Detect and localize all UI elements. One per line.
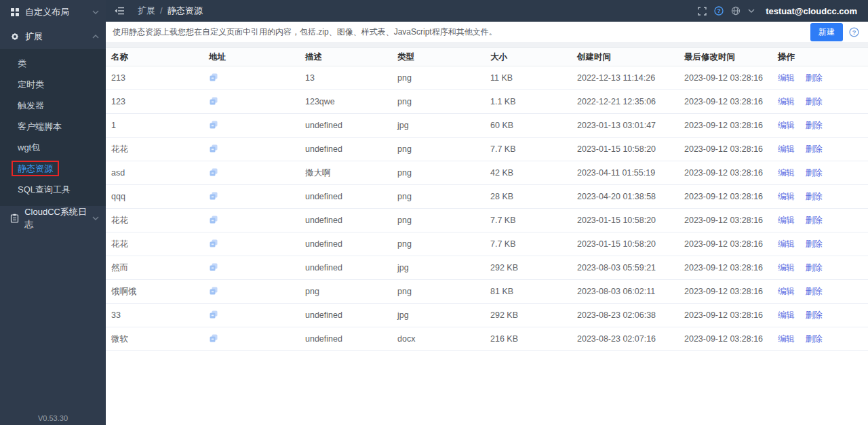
cell-modified: 2023-09-12 03:28:16: [679, 73, 772, 83]
cell-modified: 2023-09-12 03:28:16: [679, 334, 772, 344]
sidebar-item-sql-query-tool[interactable]: SQL查询工具: [0, 179, 106, 200]
cell-size: 7.7 KB: [485, 239, 572, 249]
cell-name: qqq: [106, 192, 203, 201]
delete-link[interactable]: 删除: [805, 239, 822, 249]
cell-created: 2023-08-23 02:07:16: [572, 334, 679, 344]
cell-size: 81 KB: [485, 287, 572, 296]
sidebar-item-custom-layout[interactable]: 自定义布局: [0, 0, 106, 24]
cell-description: undefined: [300, 144, 392, 154]
cell-type: png: [392, 216, 485, 225]
question-circle-icon[interactable]: ?: [849, 27, 859, 37]
cell-created: 2023-04-11 01:55:19: [572, 168, 679, 178]
cell-address: [203, 215, 300, 226]
column-header-name: 名称: [106, 52, 203, 63]
cell-created: 2023-08-03 06:02:11: [572, 287, 679, 296]
copy-icon[interactable]: [209, 310, 218, 319]
active-item-highlight: 静态资源: [12, 161, 59, 176]
copy-icon[interactable]: [209, 333, 218, 343]
grid-icon: [9, 7, 20, 18]
column-header-description: 描述: [300, 52, 392, 63]
table-row: asd 撒大啊 png 42 KB 2023-04-11 01:55:19 20…: [106, 161, 868, 185]
breadcrumb-current: 静态资源: [167, 5, 203, 16]
breadcrumb-parent[interactable]: 扩展: [138, 5, 155, 16]
sidebar-submenu: 类 定时类 触发器 客户端脚本 wgt包 静态资源 SQL查询工具: [0, 49, 106, 206]
globe-icon[interactable]: [731, 6, 741, 16]
cell-address: [203, 96, 300, 108]
app-version: V0.53.30: [0, 414, 106, 422]
delete-link[interactable]: 删除: [805, 287, 822, 296]
cell-operations: 编辑 删除: [772, 144, 868, 155]
fold-icon[interactable]: [115, 7, 125, 15]
edit-link[interactable]: 编辑: [778, 216, 795, 225]
sidebar-item-classes[interactable]: 类: [0, 53, 106, 74]
sidebar-item-scheduled-classes[interactable]: 定时类: [0, 74, 106, 95]
copy-icon[interactable]: [209, 239, 218, 248]
delete-link[interactable]: 删除: [805, 121, 822, 130]
cell-modified: 2023-09-12 03:28:16: [679, 287, 772, 296]
cell-created: 2023-04-20 01:38:58: [572, 192, 679, 201]
page-description: 使用静态资源上载您想在自定义页面中引用的内容，包括.zip、图像、样式表、Jav…: [113, 26, 497, 38]
edit-link[interactable]: 编辑: [778, 334, 795, 344]
chevron-down-icon: [92, 10, 99, 14]
new-button[interactable]: 新建: [810, 23, 843, 41]
delete-link[interactable]: 删除: [805, 97, 822, 106]
cell-modified: 2023-09-12 03:28:16: [679, 216, 772, 225]
sidebar-item-extensions[interactable]: 扩展: [0, 24, 106, 49]
delete-link[interactable]: 删除: [805, 73, 822, 83]
delete-link[interactable]: 删除: [805, 144, 822, 154]
sidebar-item-triggers[interactable]: 触发器: [0, 95, 106, 116]
delete-link[interactable]: 删除: [805, 310, 822, 320]
cell-modified: 2023-09-12 03:28:16: [679, 144, 772, 154]
cell-description: undefined: [300, 121, 392, 130]
cell-description: 123qwe: [300, 97, 392, 106]
table-row: 1 undefined jpg 60 KB 2023-01-13 03:01:4…: [106, 114, 868, 138]
sidebar-item-cloudcc-system-log[interactable]: CloudCC系统日志: [0, 206, 106, 230]
sidebar-item-client-scripts[interactable]: 客户端脚本: [0, 116, 106, 137]
user-email[interactable]: testuat@cloudcc.com: [766, 6, 857, 16]
delete-link[interactable]: 删除: [805, 334, 822, 344]
edit-link[interactable]: 编辑: [778, 73, 795, 83]
copy-icon[interactable]: [209, 120, 218, 129]
edit-link[interactable]: 编辑: [778, 310, 795, 320]
chevron-down-icon[interactable]: [748, 9, 755, 13]
sidebar-item-static-resources[interactable]: 静态资源: [0, 158, 106, 179]
edit-link[interactable]: 编辑: [778, 263, 795, 272]
cell-description: undefined: [300, 239, 392, 249]
edit-link[interactable]: 编辑: [778, 239, 795, 249]
edit-link[interactable]: 编辑: [778, 192, 795, 201]
copy-icon[interactable]: [209, 215, 218, 224]
cell-type: jpg: [392, 121, 485, 130]
edit-link[interactable]: 编辑: [778, 287, 795, 296]
delete-link[interactable]: 删除: [805, 263, 822, 272]
cell-size: 216 KB: [485, 334, 572, 344]
copy-icon[interactable]: [209, 286, 218, 296]
edit-link[interactable]: 编辑: [778, 168, 795, 178]
edit-link[interactable]: 编辑: [778, 97, 795, 106]
cell-description: 撒大啊: [300, 167, 392, 179]
copy-icon[interactable]: [209, 262, 218, 272]
toolbar: 新建 ?: [810, 23, 859, 41]
delete-link[interactable]: 删除: [805, 168, 822, 178]
breadcrumb-separator: /: [160, 5, 163, 16]
copy-icon[interactable]: [209, 167, 218, 177]
main-content: 使用静态资源上载您想在自定义页面中引用的内容，包括.zip、图像、样式表、Jav…: [106, 22, 868, 425]
copy-icon[interactable]: [209, 191, 218, 201]
copy-icon[interactable]: [209, 144, 218, 153]
cell-description: undefined: [300, 216, 392, 225]
edit-link[interactable]: 编辑: [778, 121, 795, 130]
fullscreen-icon[interactable]: [698, 7, 707, 16]
column-header-operations: 操作: [772, 52, 868, 63]
delete-link[interactable]: 删除: [805, 216, 822, 225]
copy-icon[interactable]: [209, 73, 218, 82]
column-header-created: 创建时间: [572, 52, 679, 63]
help-icon[interactable]: ?: [714, 6, 724, 16]
cell-modified: 2023-09-12 03:28:16: [679, 121, 772, 130]
edit-link[interactable]: 编辑: [778, 144, 795, 154]
cell-modified: 2023-09-12 03:28:16: [679, 192, 772, 201]
table-row: 33 undefined jpg 292 KB 2023-08-23 02:06…: [106, 304, 868, 327]
sidebar-item-wgt-package[interactable]: wgt包: [0, 137, 106, 158]
cell-operations: 编辑 删除: [772, 120, 868, 131]
delete-link[interactable]: 删除: [805, 192, 822, 201]
cell-created: 2023-01-15 10:58:20: [572, 144, 679, 154]
copy-icon[interactable]: [209, 96, 218, 106]
